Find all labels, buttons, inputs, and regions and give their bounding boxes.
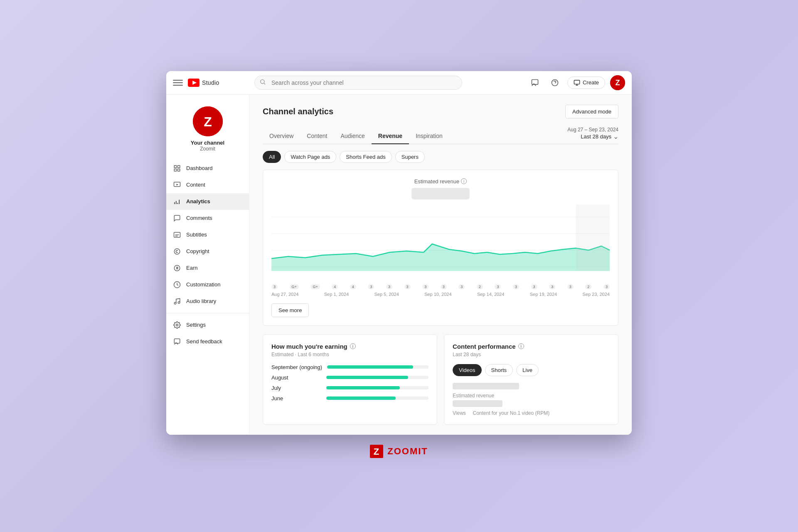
sidebar-label-analytics: Analytics bbox=[186, 198, 210, 204]
chevron-down-icon: ⌄ bbox=[613, 133, 618, 140]
sidebar-label-send-feedback: Send feedback bbox=[186, 338, 222, 345]
sidebar-label-earn: Earn bbox=[186, 265, 197, 271]
studio-logo-text: Studio bbox=[202, 79, 219, 86]
chart-badge: 3 bbox=[531, 284, 537, 289]
sidebar-item-send-feedback[interactable]: Send feedback bbox=[166, 333, 249, 350]
earning-row-june: June bbox=[271, 395, 429, 401]
svg-line-3 bbox=[264, 83, 265, 84]
sidebar-item-customization[interactable]: Customization bbox=[166, 276, 249, 293]
svg-rect-13 bbox=[178, 165, 180, 167]
earning-row-july: July bbox=[271, 385, 429, 391]
menu-icon[interactable] bbox=[173, 78, 183, 88]
sidebar-item-analytics[interactable]: Analytics bbox=[166, 193, 249, 210]
advanced-mode-button[interactable]: Advanced mode bbox=[565, 105, 618, 118]
channel-avatar[interactable]: Z bbox=[193, 106, 223, 136]
browser-window: Studio bbox=[166, 71, 632, 435]
chart-card: Estimated revenue i bbox=[263, 170, 618, 326]
create-button[interactable]: Create bbox=[567, 76, 605, 89]
channel-avatar-logo: Z bbox=[193, 106, 223, 136]
top-bar-actions: Create Z bbox=[527, 75, 625, 90]
filter-watch-page-ads[interactable]: Watch Page ads bbox=[284, 151, 336, 163]
sidebar-label-content: Content bbox=[186, 182, 205, 188]
chart-date-2: Sep 1, 2024 bbox=[324, 292, 349, 297]
earning-row-august: August bbox=[271, 374, 429, 381]
earning-bar-wrap-september bbox=[327, 365, 429, 369]
filter-shorts-feed-ads[interactable]: Shorts Feed ads bbox=[340, 151, 392, 163]
page-header: Channel analytics Advanced mode bbox=[263, 105, 618, 118]
tab-revenue[interactable]: Revenue bbox=[372, 128, 409, 144]
earning-label-september: September (ongoing) bbox=[271, 364, 322, 370]
chart-badge: 4 bbox=[332, 284, 338, 289]
svg-text:Z: Z bbox=[615, 79, 620, 87]
chart-date-3: Sep 5, 2024 bbox=[374, 292, 399, 297]
filter-supers[interactable]: Supers bbox=[395, 151, 425, 163]
earning-card: How much you're earning i Estimated · La… bbox=[263, 334, 437, 425]
earning-label-june: June bbox=[271, 395, 321, 401]
svg-text:Z: Z bbox=[374, 446, 379, 457]
earning-bar-september bbox=[327, 365, 413, 369]
chart-badge: 3 bbox=[441, 284, 447, 289]
performance-card-title: Content performance i bbox=[453, 343, 610, 350]
svg-point-25 bbox=[174, 249, 180, 254]
earning-card-subtitle: Estimated · Last 6 months bbox=[271, 352, 429, 357]
sidebar-item-subtitles[interactable]: Subtitles bbox=[166, 227, 249, 243]
earning-bar-june bbox=[326, 397, 396, 400]
user-avatar[interactable]: Z bbox=[610, 75, 625, 90]
tab-inspiration[interactable]: Inspiration bbox=[409, 128, 449, 144]
perf-tab-shorts[interactable]: Shorts bbox=[485, 364, 513, 376]
chart-date-7: Sep 23, 2024 bbox=[582, 292, 609, 297]
chart-badge: 3 bbox=[549, 284, 555, 289]
earn-icon bbox=[173, 264, 181, 272]
feedback-icon-btn[interactable] bbox=[527, 75, 542, 90]
performance-blurred-bar-2 bbox=[453, 400, 502, 407]
chart-badge: 2 bbox=[585, 284, 591, 289]
chart-badge: 3 bbox=[422, 284, 429, 289]
audio-library-icon bbox=[173, 297, 181, 305]
logo-area[interactable]: Studio bbox=[188, 79, 219, 87]
performance-blurred-bar-1 bbox=[453, 383, 519, 389]
date-range-selector[interactable]: Aug 27 – Sep 23, 2024 Last 28 days ⌄ bbox=[567, 127, 618, 144]
earning-card-title: How much you're earning i bbox=[271, 343, 429, 350]
sidebar-label-customization: Customization bbox=[186, 281, 220, 288]
sidebar-item-comments[interactable]: Comments bbox=[166, 210, 249, 227]
earning-row-september: September (ongoing) bbox=[271, 364, 429, 370]
chart-badge: 3 bbox=[495, 284, 501, 289]
perf-tab-videos[interactable]: Videos bbox=[453, 364, 482, 376]
search-input[interactable] bbox=[254, 76, 462, 90]
filter-all[interactable]: All bbox=[263, 151, 281, 163]
footer-brand: Z ZOOMIT bbox=[370, 435, 428, 461]
sidebar-item-content[interactable]: Content bbox=[166, 177, 249, 193]
copyright-icon bbox=[173, 247, 181, 256]
chart-badge: 3 bbox=[404, 284, 411, 289]
chart-revenue-label: Estimated revenue i bbox=[414, 178, 467, 185]
svg-point-28 bbox=[178, 301, 180, 303]
tab-content[interactable]: Content bbox=[300, 128, 334, 144]
tab-audience[interactable]: Audience bbox=[334, 128, 371, 144]
chart-date-6: Sep 19, 2024 bbox=[530, 292, 557, 297]
revenue-info-icon[interactable]: i bbox=[461, 178, 467, 184]
channel-profile: Z Your channel Zoomit bbox=[166, 100, 249, 160]
chart-badge: 4 bbox=[350, 284, 356, 289]
svg-rect-12 bbox=[174, 165, 176, 167]
perf-tab-live[interactable]: Live bbox=[516, 364, 539, 376]
sidebar-item-copyright[interactable]: Copyright bbox=[166, 243, 249, 260]
sidebar-item-earn[interactable]: Earn bbox=[166, 260, 249, 276]
performance-info-icon[interactable]: i bbox=[518, 343, 524, 349]
chart-badge: 3 bbox=[271, 284, 278, 289]
content-area: Channel analytics Advanced mode Overview… bbox=[249, 95, 632, 435]
tab-overview[interactable]: Overview bbox=[263, 128, 300, 144]
search-icon bbox=[259, 79, 266, 87]
earning-label-august: August bbox=[271, 374, 321, 381]
sidebar-item-dashboard[interactable]: Dashboard bbox=[166, 160, 249, 177]
performance-tabs: Videos Shorts Live bbox=[453, 364, 610, 376]
chart-badge: G+ bbox=[290, 284, 299, 289]
page-title: Channel analytics bbox=[263, 107, 333, 116]
sidebar-label-comments: Comments bbox=[186, 215, 212, 221]
see-more-button[interactable]: See more bbox=[271, 303, 309, 317]
help-icon-btn[interactable] bbox=[547, 75, 562, 90]
sidebar-item-settings[interactable]: Settings bbox=[166, 317, 249, 333]
send-feedback-icon bbox=[173, 337, 181, 346]
performance-card: Content performance i Last 28 days Video… bbox=[444, 334, 618, 425]
earning-info-icon[interactable]: i bbox=[350, 343, 356, 349]
sidebar-item-audio-library[interactable]: Audio library bbox=[166, 293, 249, 310]
